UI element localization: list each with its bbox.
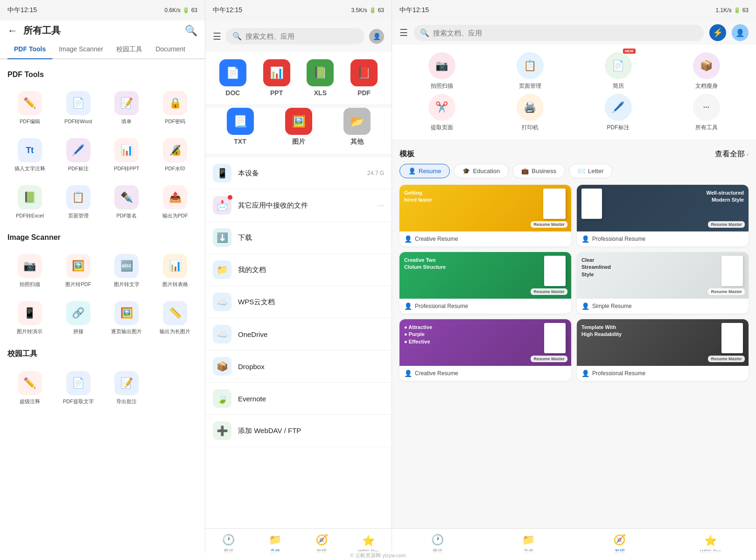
stitch-icon: 🔗	[66, 301, 91, 325]
file-item-device[interactable]: 📱 本设备 24.7 G	[205, 157, 392, 189]
tool-export-comments[interactable]: 📝 导出批注	[105, 366, 149, 410]
tool-export-pdf[interactable]: 📤 输出为PDF	[153, 181, 197, 224]
tool-insert-text[interactable]: Tt 插入文字注释	[7, 133, 52, 177]
filetype-txt[interactable]: 📃 TXT	[213, 108, 267, 146]
template-card-4[interactable]: ClearStreamlinedStyle Resume Master 👤 Si…	[577, 252, 749, 314]
template-card-3[interactable]: Creative TwoClolum Structure Resume Mast…	[399, 252, 571, 314]
download-icon: ⬇️	[213, 228, 231, 247]
tool-img-to-text[interactable]: 🔤 图片转文字	[105, 249, 149, 293]
avatar-3[interactable]: 👤	[732, 24, 749, 41]
tool-img-to-pdf[interactable]: 🖼️ 图片转PDF	[56, 249, 101, 293]
tool-page-manage[interactable]: 📋 页面管理	[56, 181, 101, 224]
search-input-2[interactable]	[245, 32, 358, 40]
filetype-image[interactable]: 🖼️ 图片	[271, 108, 326, 146]
file-item-webdav[interactable]: ➕ 添加 WebDAV / FTP	[205, 415, 392, 447]
menu-icon-3[interactable]: ☰	[399, 27, 408, 38]
file-item-dropbox[interactable]: 📦 Dropbox	[205, 350, 392, 383]
tool-extract-text[interactable]: 📄 PDF提取文字	[56, 366, 101, 410]
status-icons-2: 3.5K/s 🔋63	[351, 7, 384, 14]
file-item-evernote[interactable]: 🍃 Evernote	[205, 383, 392, 415]
avatar-2[interactable]: 👤	[369, 29, 384, 44]
panel3-scroll: 模板 查看全部 › 👤 Resume 🎓 Education 💼 Busines…	[392, 143, 756, 528]
file-item-onedrive[interactable]: ☁️ OneDrive	[205, 318, 392, 350]
tab-document[interactable]: Document	[149, 41, 192, 58]
tool-img-slideshow[interactable]: 📱 图片转演示	[7, 296, 52, 340]
card-icon-3: 👤	[404, 302, 412, 310]
back-icon[interactable]: ←	[7, 25, 18, 37]
tool-pdf-to-ppt[interactable]: 📊 PDF转PPT	[105, 133, 149, 177]
thumb-badge-2: Resume Master	[708, 221, 745, 228]
file-item-mydocs[interactable]: 📁 我的文档	[205, 254, 392, 286]
tool-pdf-to-excel[interactable]: 📗 PDF转Excel	[7, 181, 52, 224]
tool3-pdf-annotate-icon: 🖊️	[605, 94, 632, 121]
tool3-doc-slim-icon: 📦	[693, 52, 720, 79]
tab-campus-tools[interactable]: 校园工具	[110, 41, 149, 58]
export-comments-icon: 📝	[114, 371, 139, 395]
badge-received	[228, 195, 232, 200]
tool3-pdf-annotate[interactable]: 🖊️ PDF标注	[576, 94, 660, 132]
panel3-search-row: ☰ 🔍 ⚡ 👤	[399, 21, 749, 45]
filetype-pdf[interactable]: 📕 PDF	[344, 59, 384, 97]
tab-pdf-tools[interactable]: PDF Tools	[7, 41, 52, 59]
tool3-photo-scan[interactable]: 📷 拍照扫描	[399, 52, 484, 90]
menu-icon[interactable]: ☰	[213, 31, 221, 42]
thumb-2: Well-structuredModern Style Resume Maste…	[577, 185, 749, 231]
tool3-extract-page[interactable]: ✂️ 提取页面	[399, 94, 484, 132]
filter-tab-business[interactable]: 💼 Business	[512, 164, 565, 178]
lightning-icon[interactable]: ⚡	[709, 24, 726, 41]
tool3-doc-slim[interactable]: 📦 文档瘦身	[664, 52, 749, 90]
template-card-1[interactable]: Gettinghired faster Resume Master 👤 Crea…	[399, 185, 571, 246]
more-icon-received[interactable]: ···	[377, 201, 384, 210]
filetype-doc[interactable]: 📄 DOC	[213, 59, 253, 97]
tool3-page-manage[interactable]: 📋 页面管理	[488, 52, 572, 90]
recent-icon-2: 🕐	[222, 534, 235, 546]
tool-pdf-password[interactable]: 🔒 PDF密码	[153, 86, 197, 130]
tool-pdf-to-word[interactable]: 📄 PDF转Word	[56, 86, 101, 130]
tool3-printer[interactable]: 🖨️ 打印机	[488, 94, 572, 132]
tool3-extract-page-icon: ✂️	[428, 94, 455, 121]
onedrive-icon: ☁️	[213, 325, 231, 343]
other-icon: 📂	[343, 108, 371, 135]
tool-stitch[interactable]: 🔗 拼接	[56, 296, 101, 340]
search-input-3[interactable]	[433, 29, 697, 37]
img-table-icon: 📊	[163, 254, 187, 278]
filter-tab-letter[interactable]: ✉️ Letter	[569, 164, 612, 178]
tool-pdf-watermark[interactable]: 🔏 PDF水印	[153, 133, 197, 177]
tool-pdf-edit[interactable]: ✏️ PDF编辑	[7, 86, 52, 130]
tool-img-to-table[interactable]: 📊 图片转表格	[153, 249, 197, 293]
search-bar-2: 🔍	[226, 28, 364, 44]
view-all[interactable]: 查看全部 ›	[715, 149, 749, 159]
template-card-5[interactable]: ● Attractive● Purple● Effective Resume M…	[399, 319, 571, 381]
filter-tab-education[interactable]: 🎓 Education	[454, 164, 509, 178]
tools-scroll: PDF Tools ✏️ PDF编辑 📄 PDF转Word 📝 填单 🔒 PDF…	[0, 59, 205, 560]
filter-tab-resume[interactable]: 👤 Resume	[399, 164, 450, 178]
tool-pdf-sign[interactable]: ✒️ PDF签名	[105, 181, 149, 224]
discover-icon-2: 🧭	[315, 534, 328, 546]
filetype-xls[interactable]: 📗 XLS	[301, 59, 341, 97]
file-item-wps-cloud[interactable]: ☁️ WPS云文档	[205, 286, 392, 318]
template-card-6[interactable]: Template WithHigh Readability Resume Mas…	[577, 319, 749, 381]
pdf-edit-icon: ✏️	[18, 91, 42, 115]
tool-fill-form[interactable]: 📝 填单	[105, 86, 149, 130]
tab-image-scanner[interactable]: Image Scanner	[52, 41, 110, 58]
received-icon-wrap: 📩	[213, 196, 231, 215]
tool3-all-tools[interactable]: ··· 所有工具	[664, 94, 749, 132]
file-item-download[interactable]: ⬇️ 下载	[205, 222, 392, 254]
thumb-badge-6: Resume Master	[708, 356, 745, 362]
resume-tab-icon: 👤	[408, 168, 416, 175]
tool-pdf-annotate[interactable]: 🖊️ PDF标注	[56, 133, 101, 177]
tool-photo-scan[interactable]: 📷 拍照扫描	[7, 249, 52, 293]
file-item-received[interactable]: 📩 其它应用中接收的文件 ···	[205, 189, 392, 222]
tool3-resume[interactable]: 📄 NEW 简历	[576, 52, 660, 90]
tool-export-imgs[interactable]: 🖼️ 逐页输出图片	[105, 296, 149, 340]
template-card-2[interactable]: Well-structuredModern Style Resume Maste…	[577, 185, 749, 246]
filetype-other[interactable]: 📂 其他	[329, 108, 384, 146]
thumb-3: Creative TwoClolum Structure Resume Mast…	[399, 252, 571, 299]
tool-long-img[interactable]: 📏 输出为长图片	[153, 296, 197, 340]
thumb-5: ● Attractive● Purple● Effective Resume M…	[399, 319, 571, 366]
filetype-ppt[interactable]: 📊 PPT	[257, 59, 297, 97]
education-tab-icon: 🎓	[462, 168, 470, 175]
mini-doc-1	[543, 189, 566, 219]
tool-super-annotate[interactable]: ✏️ 超级注释	[7, 366, 52, 410]
search-icon[interactable]: 🔍	[185, 25, 197, 37]
